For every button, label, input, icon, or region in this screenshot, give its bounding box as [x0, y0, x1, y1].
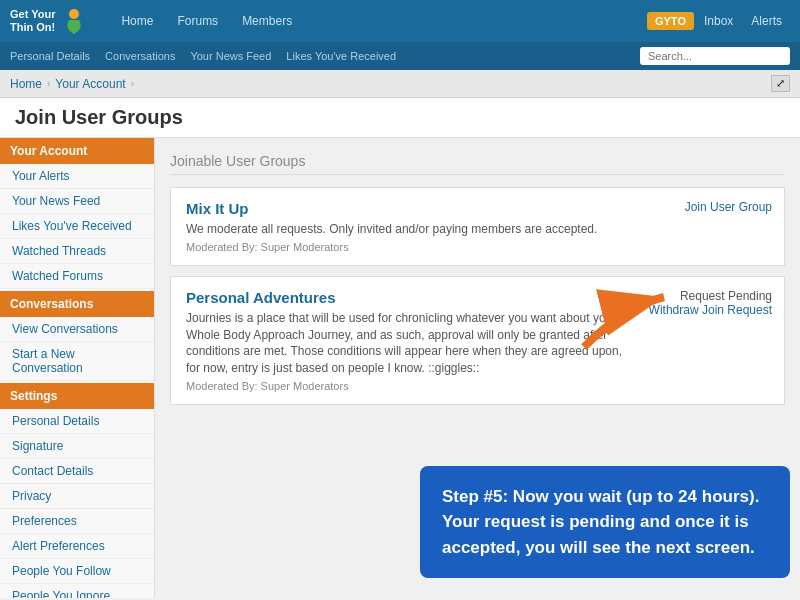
sub-nav: Personal Details Conversations Your News…	[0, 42, 800, 70]
breadcrumb-home[interactable]: Home	[10, 77, 42, 91]
breadcrumb-bar: Home › Your Account › ⤢	[0, 70, 800, 98]
sidebar-item-signature[interactable]: Signature	[0, 434, 154, 459]
sub-nav-news-feed[interactable]: Your News Feed	[190, 50, 271, 62]
join-user-group-button[interactable]: Join User Group	[685, 200, 772, 214]
logo-text: Get Your Thin On!	[10, 8, 55, 34]
page-title-bar: Join User Groups	[0, 98, 800, 138]
sidebar-item-alert-preferences[interactable]: Alert Preferences	[0, 534, 154, 559]
inbox-button[interactable]: Inbox	[696, 11, 741, 31]
group-action-pending: Request Pending Withdraw Join Request	[649, 289, 772, 317]
sidebar-item-privacy[interactable]: Privacy	[0, 484, 154, 509]
sub-nav-personal-details[interactable]: Personal Details	[10, 50, 90, 62]
content-area: Joinable User Groups Mix It Up We modera…	[155, 138, 800, 598]
group-desc-personal-adventures: Journies is a place that will be used fo…	[186, 310, 623, 377]
sidebar-item-alerts[interactable]: Your Alerts	[0, 164, 154, 189]
sidebar-item-people-you-follow[interactable]: People You Follow	[0, 559, 154, 584]
main-layout: Your Account Your Alerts Your News Feed …	[0, 138, 800, 598]
sidebar-item-personal-details[interactable]: Personal Details	[0, 409, 154, 434]
breadcrumb: Home › Your Account ›	[10, 77, 134, 91]
group-name-mix-it-up: Mix It Up	[186, 200, 769, 217]
group-mod-personal-adventures: Moderated By: Super Moderators	[186, 380, 769, 392]
logo: Get Your Thin On!	[10, 6, 89, 36]
sidebar-section-your-account: Your Account	[0, 138, 154, 164]
breadcrumb-sep1: ›	[47, 78, 50, 89]
sidebar-item-start-conversation[interactable]: Start a New Conversation	[0, 342, 154, 381]
breadcrumb-account[interactable]: Your Account	[55, 77, 125, 91]
breadcrumb-expand-button[interactable]: ⤢	[771, 75, 790, 92]
page-title: Join User Groups	[15, 106, 785, 129]
sidebar: Your Account Your Alerts Your News Feed …	[0, 138, 155, 598]
sidebar-section-settings: Settings	[0, 383, 154, 409]
nav-home[interactable]: Home	[109, 0, 165, 42]
logo-icon	[59, 6, 89, 36]
search-input[interactable]	[640, 47, 790, 65]
sidebar-item-contact-details[interactable]: Contact Details	[0, 459, 154, 484]
gyto-button[interactable]: GYTO	[647, 12, 694, 30]
sidebar-item-watched-forums[interactable]: Watched Forums	[0, 264, 154, 289]
sidebar-item-watched-threads[interactable]: Watched Threads	[0, 239, 154, 264]
group-mod-mix-it-up: Moderated By: Super Moderators	[186, 241, 769, 253]
sidebar-item-people-you-ignore[interactable]: People You Ignore	[0, 584, 154, 598]
group-card-mix-it-up: Mix It Up We moderate all requests. Only…	[170, 187, 785, 266]
withdraw-join-request-button[interactable]: Withdraw Join Request	[649, 303, 772, 317]
sidebar-item-preferences[interactable]: Preferences	[0, 509, 154, 534]
top-nav: Get Your Thin On! Home Forums Members GY…	[0, 0, 800, 42]
step-box: Step #5: Now you wait (up to 24 hours). …	[420, 466, 790, 579]
sub-nav-likes[interactable]: Likes You've Received	[286, 50, 396, 62]
alerts-button[interactable]: Alerts	[743, 11, 790, 31]
section-title: Joinable User Groups	[170, 153, 785, 175]
breadcrumb-sep2: ›	[131, 78, 134, 89]
nav-links: Home Forums Members	[109, 0, 647, 42]
sub-nav-conversations[interactable]: Conversations	[105, 50, 175, 62]
svg-point-0	[69, 9, 79, 19]
request-pending-text: Request Pending	[649, 289, 772, 303]
nav-forums[interactable]: Forums	[165, 0, 230, 42]
step-box-text: Step #5: Now you wait (up to 24 hours). …	[442, 487, 759, 557]
sidebar-item-likes[interactable]: Likes You've Received	[0, 214, 154, 239]
sidebar-item-news-feed[interactable]: Your News Feed	[0, 189, 154, 214]
group-card-personal-adventures: Personal Adventures Journies is a place …	[170, 276, 785, 405]
search-area	[640, 47, 790, 65]
nav-members[interactable]: Members	[230, 0, 304, 42]
nav-right: GYTO Inbox Alerts	[647, 11, 790, 31]
group-desc-mix-it-up: We moderate all requests. Only invited a…	[186, 221, 769, 238]
sidebar-item-view-conversations[interactable]: View Conversations	[0, 317, 154, 342]
sidebar-section-conversations: Conversations	[0, 291, 154, 317]
